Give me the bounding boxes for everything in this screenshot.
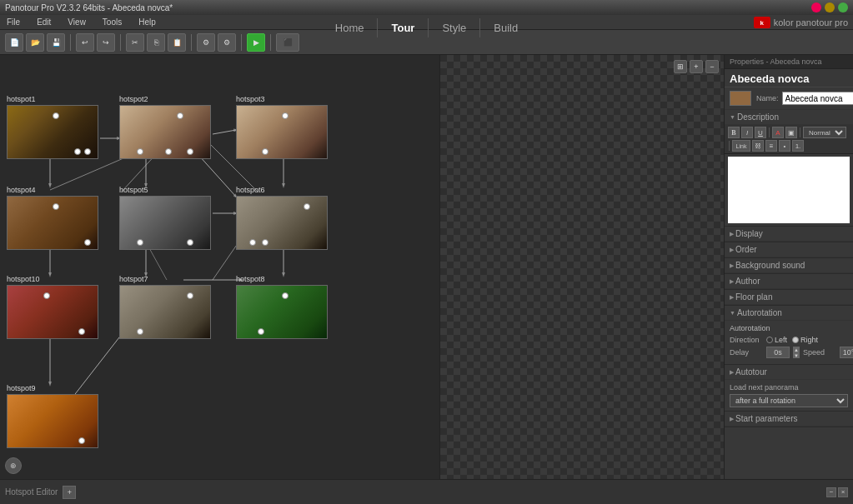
logo-text: kolor panotour pro <box>774 17 848 27</box>
style-dropdown[interactable]: Normal <box>803 127 846 138</box>
autorotation-header[interactable]: Autorotation <box>725 306 853 321</box>
color-button[interactable]: A <box>772 127 784 138</box>
name-input[interactable] <box>782 92 853 105</box>
sep3 <box>729 141 730 151</box>
properties-header: Properties - Abeceda novca <box>725 55 853 69</box>
node-hotspot5[interactable]: hotspot5 <box>119 186 211 250</box>
node-label-hotspot3: hotspot3 <box>236 95 328 103</box>
tab-style[interactable]: Style <box>428 18 479 37</box>
link-button[interactable]: Link <box>732 140 750 152</box>
autotour-header[interactable]: Autotour <box>725 365 853 380</box>
align-left-button[interactable]: ≡ <box>765 140 777 152</box>
ordered-list-button[interactable]: 1. <box>792 140 804 152</box>
new-button[interactable]: 📄 <box>5 33 23 52</box>
direction-label: Direction <box>730 336 763 344</box>
list-button[interactable]: • <box>779 140 790 152</box>
hotspot-close-button[interactable]: × <box>838 487 848 497</box>
settings-button[interactable]: ⚙ <box>197 33 215 52</box>
node-label-hotspot1: hotspot1 <box>7 95 98 103</box>
node-thumb-hotspot5 <box>119 196 211 250</box>
description-header[interactable]: Description <box>725 110 853 125</box>
copy-button[interactable]: ⎘ <box>147 33 165 52</box>
open-button[interactable]: 📂 <box>26 33 44 52</box>
radio-left-circle <box>766 337 773 343</box>
logo-icon: k <box>754 17 770 28</box>
node-label-hotspot7: hotspot7 <box>119 275 211 283</box>
node-hotspot1[interactable]: hotspot1 <box>7 95 98 159</box>
sep1 <box>70 34 71 51</box>
menu-help[interactable]: Help <box>135 17 159 27</box>
node-hotspot4[interactable]: hotspot4 <box>7 186 98 250</box>
unlink-button[interactable]: ⛓ <box>752 140 764 152</box>
autorotation-label: Autorotation <box>730 324 848 332</box>
node-hotspot7[interactable]: hotspot7 <box>119 275 211 339</box>
export-button[interactable]: ⬛ <box>276 33 299 52</box>
delay-up[interactable]: ▲ <box>793 347 800 352</box>
menu-edit[interactable]: Edit <box>33 17 54 27</box>
order-header[interactable]: Order <box>725 242 853 257</box>
section-author: Author <box>725 274 853 290</box>
statusbar: Hotspot Editor + − × <box>0 479 853 504</box>
section-display: Display <box>725 227 853 242</box>
minimize-button[interactable] <box>825 2 835 12</box>
tab-home[interactable]: Home <box>322 18 378 37</box>
node-hotspot2[interactable]: hotspot2 <box>119 95 211 159</box>
start-params-header[interactable]: Start parameters <box>725 412 853 427</box>
zoom-out-button[interactable]: − <box>705 60 719 73</box>
node-hotspot8[interactable]: hotspot8 <box>236 275 328 339</box>
node-thumb-hotspot3 <box>236 105 328 159</box>
menu-view[interactable]: View <box>64 17 89 27</box>
zoom-fit-button[interactable]: ⊞ <box>674 60 687 73</box>
node-hotspot9[interactable]: hotspot9 <box>7 384 98 448</box>
italic-button[interactable]: I <box>741 127 753 138</box>
hotspot-controls: + <box>63 486 76 499</box>
maximize-button[interactable] <box>838 2 848 12</box>
bg-sound-header[interactable]: Background sound <box>725 258 853 273</box>
paste-button[interactable]: 📋 <box>168 33 186 52</box>
section-autotour: Autotour Load next panorama after a full… <box>725 365 853 412</box>
tab-build[interactable]: Build <box>479 18 531 37</box>
hotspot-minimize-button[interactable]: − <box>826 487 836 497</box>
tour-graph[interactable]: hotspot1 hotspot2 hotspot3 <box>0 55 440 479</box>
menu-tools[interactable]: Tools <box>99 17 125 27</box>
node-hotspot10[interactable]: hotspot10 <box>7 275 98 339</box>
node-hotspot6[interactable]: hotspot6 <box>236 186 328 250</box>
node-hotspot3[interactable]: hotspot3 <box>236 95 328 159</box>
display-header[interactable]: Display <box>725 227 853 242</box>
menu-file[interactable]: File <box>3 17 23 27</box>
delay-down[interactable]: ▼ <box>793 352 800 358</box>
cut-button[interactable]: ✂ <box>126 33 144 52</box>
node-label-hotspot5: hotspot5 <box>119 186 211 194</box>
floor-plan-header[interactable]: Floor plan <box>725 290 853 305</box>
node-thumb-hotspot8 <box>236 285 328 339</box>
delay-input[interactable] <box>766 347 790 358</box>
node-label-hotspot2: hotspot2 <box>119 95 211 103</box>
radio-left[interactable]: Left <box>766 336 787 344</box>
zoom-in-button[interactable]: + <box>690 60 703 73</box>
load-next-select[interactable]: after a full rotation immediately never <box>730 394 848 407</box>
autorotation-content: Autorotation Direction Left Right <box>725 321 853 364</box>
play-button[interactable]: ▶ <box>247 33 265 52</box>
properties-name-row: Name: <box>756 92 853 105</box>
close-button[interactable] <box>811 2 821 12</box>
direction-radios: Left Right <box>766 336 818 344</box>
hotspot-add-button[interactable]: + <box>63 486 76 499</box>
speed-input[interactable] <box>840 347 853 358</box>
bold-button[interactable]: B <box>728 127 740 138</box>
author-header[interactable]: Author <box>725 274 853 289</box>
section-description: Description B I U A ▣ Normal Link ⛓ ≡ • … <box>725 110 853 227</box>
name-label: Name: <box>756 94 779 102</box>
redo-button[interactable]: ↪ <box>97 33 115 52</box>
bgcolor-button[interactable]: ▣ <box>785 127 797 138</box>
tab-tour[interactable]: Tour <box>377 18 428 37</box>
underline-button[interactable]: U <box>755 127 766 138</box>
hotspot-editor-label: Hotspot Editor <box>5 487 58 497</box>
settings2-button[interactable]: ⚙ <box>218 33 236 52</box>
save-button[interactable]: 💾 <box>47 33 65 52</box>
node-thumb-hotspot6 <box>236 196 328 250</box>
section-autorotation: Autorotation Autorotation Direction Left… <box>725 306 853 365</box>
description-editor[interactable] <box>728 157 850 223</box>
direction-row: Direction Left Right <box>730 336 848 344</box>
radio-right[interactable]: Right <box>792 336 818 344</box>
undo-button[interactable]: ↩ <box>76 33 94 52</box>
